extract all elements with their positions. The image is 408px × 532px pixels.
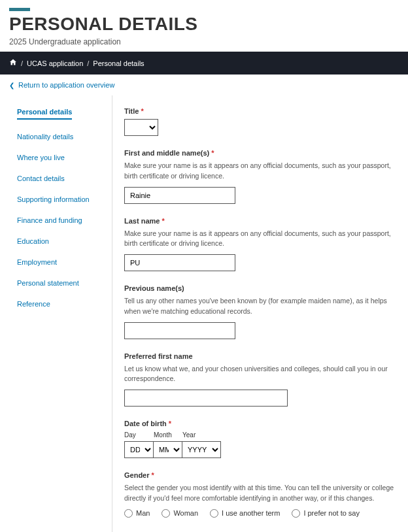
sidebar-item-where-you-live[interactable]: Where you live xyxy=(17,154,104,161)
page-title: PERSONAL DETAILS xyxy=(9,14,399,35)
gender-hint: Select the gender you most identify with… xyxy=(124,483,395,504)
gender-radio-woman[interactable] xyxy=(162,509,170,518)
form-main: Title* First and middle name(s)* Make su… xyxy=(112,95,400,532)
dob-month-label: Month xyxy=(154,431,182,439)
gender-radio-another[interactable] xyxy=(210,509,218,518)
sidebar-item-supporting-information[interactable]: Supporting information xyxy=(17,195,104,203)
required-marker: * xyxy=(162,217,164,225)
sidebar-item-personal-statement[interactable]: Personal statement xyxy=(17,279,104,287)
first-name-hint: Make sure your name is as it appears on … xyxy=(124,161,395,182)
dob-label: Date of birth xyxy=(124,420,167,427)
back-link[interactable]: ❮ Return to application overview xyxy=(0,75,408,95)
last-name-input[interactable] xyxy=(124,254,235,271)
gender-option-woman[interactable]: Woman xyxy=(162,509,198,518)
title-label: Title xyxy=(124,107,139,115)
sidebar-item-personal-details[interactable]: Personal details xyxy=(17,108,72,120)
sidebar-item-education[interactable]: Education xyxy=(17,237,104,245)
required-marker: * xyxy=(152,471,154,479)
page-subtitle: 2025 Undergraduate application xyxy=(9,37,399,46)
sidebar-item-employment[interactable]: Employment xyxy=(17,258,104,266)
gender-option-man[interactable]: Man xyxy=(124,509,150,518)
required-marker: * xyxy=(169,420,171,427)
dob-day-label: Day xyxy=(124,431,154,439)
gender-radio-man[interactable] xyxy=(124,509,133,518)
back-link-label: Return to application overview xyxy=(18,81,114,89)
dob-year-label: Year xyxy=(182,431,221,439)
dob-month-select[interactable]: MM xyxy=(153,441,182,458)
chevron-left-icon: ❮ xyxy=(9,82,14,89)
dob-day-select[interactable]: DD xyxy=(124,441,154,458)
sidebar-item-finance-funding[interactable]: Finance and funding xyxy=(17,216,104,224)
title-select[interactable] xyxy=(124,119,158,136)
accent-bar xyxy=(9,8,30,11)
preferred-name-hint: Let us know what we, and your chosen uni… xyxy=(124,364,395,385)
required-marker: * xyxy=(141,107,143,115)
preferred-name-label: Preferred first name xyxy=(124,352,193,360)
preferred-name-input[interactable] xyxy=(124,390,288,407)
sidebar-item-nationality[interactable]: Nationality details xyxy=(17,133,104,141)
last-name-hint: Make sure your name is as it appears on … xyxy=(124,229,395,250)
previous-name-label: Previous name(s) xyxy=(124,284,184,292)
gender-option-prefer-not[interactable]: I prefer not to say xyxy=(292,509,360,518)
previous-name-hint: Tell us any other names you've been know… xyxy=(124,296,395,317)
gender-option-another[interactable]: I use another term xyxy=(210,509,280,518)
gender-label: Gender xyxy=(124,471,150,479)
first-name-label: First and middle name(s) xyxy=(124,149,209,157)
breadcrumb-item-2: Personal details xyxy=(93,59,144,67)
required-marker: * xyxy=(211,149,214,157)
first-name-input[interactable] xyxy=(124,187,235,204)
dob-year-select[interactable]: YYYY xyxy=(182,441,221,458)
sidebar-item-contact-details[interactable]: Contact details xyxy=(17,175,104,182)
last-name-label: Last name xyxy=(124,217,160,225)
breadcrumb: / UCAS application / Personal details xyxy=(0,52,408,75)
breadcrumb-sep: / xyxy=(87,59,89,67)
sidebar-item-reference[interactable]: Reference xyxy=(17,300,104,308)
gender-radio-prefer-not[interactable] xyxy=(292,509,300,518)
breadcrumb-item-1[interactable]: UCAS application xyxy=(27,59,83,67)
breadcrumb-sep: / xyxy=(21,59,23,67)
sidebar: Personal details Nationality details Whe… xyxy=(8,95,112,532)
previous-name-input[interactable] xyxy=(124,322,235,339)
home-icon[interactable] xyxy=(9,58,17,68)
